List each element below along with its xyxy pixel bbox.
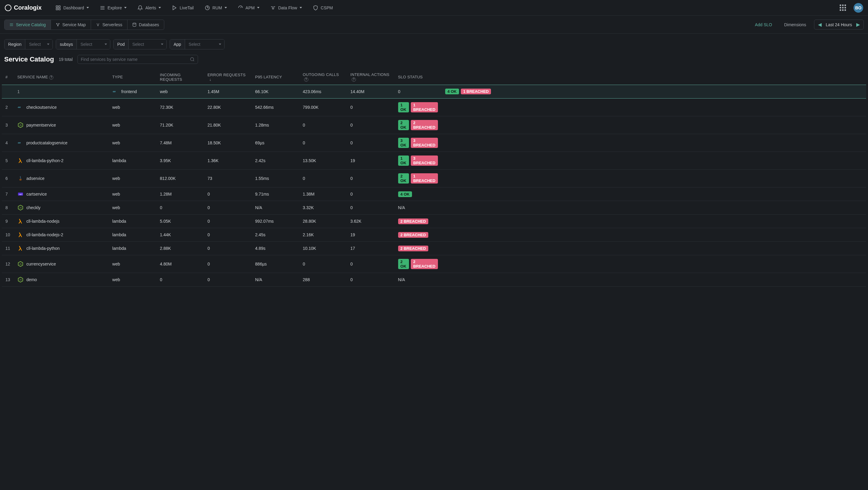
- apps-grid-icon[interactable]: [840, 4, 846, 11]
- cell-slo: N/A: [395, 201, 441, 215]
- time-range-picker[interactable]: ◀ Last 24 Hours ▶: [814, 20, 864, 30]
- cell-type: lambda: [109, 242, 156, 255]
- avatar[interactable]: BO: [854, 3, 863, 13]
- nav-alerts[interactable]: Alerts: [133, 3, 165, 13]
- col-type[interactable]: TYPE: [109, 69, 156, 85]
- table-row[interactable]: 9cll-lambda-nodejslambda5.05K0992.07ms28…: [2, 215, 866, 228]
- table-row[interactable]: 10cll-lambda-nodejs-2lambda1.44K02.45s2.…: [2, 228, 866, 242]
- svg-text:JS: JS: [19, 207, 22, 209]
- nav-label: Dashboard: [63, 5, 84, 10]
- map-icon: [56, 23, 60, 27]
- cell-type: web: [109, 134, 156, 152]
- svg-rect-3: [56, 8, 58, 10]
- filter-select[interactable]: Select: [25, 39, 53, 49]
- nav-label: LiveTail: [180, 5, 194, 10]
- nav-rum[interactable]: RUM: [200, 3, 231, 13]
- table-row[interactable]: 13JSdemoweb00N/A2880N/A: [2, 273, 866, 286]
- col-outgoing[interactable]: OUTGOING CALLS?: [299, 69, 347, 85]
- svg-text:JS: JS: [19, 279, 22, 281]
- filter-select[interactable]: Select: [129, 39, 166, 49]
- brand-logo[interactable]: Coralogix: [5, 4, 41, 11]
- table-row[interactable]: 12JScurrencyserviceweb4.80M0886µs002 OK2…: [2, 255, 866, 273]
- tab-service-catalog[interactable]: Service Catalog: [4, 20, 51, 30]
- filter-select[interactable]: Select: [185, 39, 224, 49]
- filter-label: Region: [4, 39, 25, 49]
- search-input[interactable]: [81, 57, 187, 62]
- cell-incoming: 2.88K: [156, 242, 204, 255]
- table-row[interactable]: 2-GOcheckoutserviceweb72.30K22.80K542.66…: [2, 98, 866, 116]
- slo-breach-badge: 3 BREACHED: [411, 138, 438, 148]
- slo-ok-badge: 3 OK: [398, 138, 409, 148]
- cell-type: web: [109, 187, 156, 201]
- tab-databases[interactable]: Databases: [127, 20, 164, 30]
- nav-livetail[interactable]: LiveTail: [167, 3, 198, 13]
- col-service-name[interactable]: SERVICE NAME?: [14, 69, 109, 85]
- table-row[interactable]: 11cll-lambda-pythonlambda2.88K04.89s10.1…: [2, 242, 866, 255]
- filter-select[interactable]: Select: [77, 39, 110, 49]
- cell-internal: 0: [347, 116, 395, 134]
- cell-service-name: JScheckly: [14, 201, 109, 215]
- filter-pod: Pod Select: [113, 39, 167, 50]
- cell-p95: 2.45s: [252, 228, 299, 242]
- col-error[interactable]: ERROR REQUESTS↓: [204, 69, 252, 85]
- cell-error: 18.50K: [204, 134, 252, 152]
- table-row[interactable]: 3JSpaymentserviceweb71.20K21.80K1.28ms00…: [2, 116, 866, 134]
- total-count: 19 total: [59, 57, 73, 62]
- table-row[interactable]: 7.NETcartserviceweb1.28M09.71ms1.38M04 O…: [2, 187, 866, 201]
- tab-serverless[interactable]: Serverless: [91, 20, 127, 30]
- cell-outgoing: 0: [299, 170, 347, 187]
- cell-incoming: 0: [156, 201, 204, 215]
- cell-slo: 4 OK: [395, 187, 441, 201]
- help-icon[interactable]: ?: [304, 78, 308, 82]
- cell-type: web: [109, 255, 156, 273]
- tech-icon: JS: [18, 205, 24, 211]
- row-number: 7: [2, 187, 14, 201]
- cell-type: web: [109, 273, 156, 286]
- dimensions-button[interactable]: Dimensions: [780, 20, 810, 30]
- caret-down-icon: [87, 7, 89, 8]
- table-row[interactable]: 8JSchecklyweb00N/A3.32K0N/A: [2, 201, 866, 215]
- table-row[interactable]: 4-GOproductcatalogserviceweb7.48M18.50K6…: [2, 134, 866, 152]
- slo-na: N/A: [398, 205, 405, 210]
- cell-error: 21.80K: [204, 116, 252, 134]
- next-arrow-icon[interactable]: ▶: [856, 22, 860, 27]
- cell-error: 0: [204, 215, 252, 228]
- cell-internal: 0: [347, 273, 395, 286]
- cell-outgoing: 0: [299, 134, 347, 152]
- shield-icon: [313, 5, 318, 10]
- add-slo-button[interactable]: Add SLO: [751, 20, 776, 30]
- col-incoming[interactable]: INCOMING REQUESTS: [156, 69, 204, 85]
- col-slo[interactable]: SLO STATUS: [395, 69, 441, 85]
- tech-icon: JS: [18, 122, 24, 128]
- cell-type: lambda: [109, 152, 156, 170]
- cell-incoming: 1.28M: [156, 187, 204, 201]
- col-p95[interactable]: P95 LATENCY: [252, 69, 299, 85]
- sort-desc-icon: ↓: [210, 77, 212, 82]
- table-row[interactable]: 5cll-lambda-python-2lambda3.95K1.36K2.42…: [2, 152, 866, 170]
- table-row[interactable]: 1-GOfrontendweb1.45M66.10K423.06ms14.40M…: [2, 85, 866, 98]
- table-row[interactable]: 6adserviceweb812.00K731.55ms002 OK1 BREA…: [2, 170, 866, 187]
- svg-text:-GO: -GO: [113, 91, 116, 93]
- nav-label: Alerts: [145, 5, 156, 10]
- nav-cspm[interactable]: CSPM: [309, 3, 337, 13]
- view-tabs: Service Catalog Service Map Serverless D…: [4, 20, 164, 30]
- nav-dataflow[interactable]: Data Flow: [266, 3, 306, 13]
- tab-service-map[interactable]: Service Map: [51, 20, 91, 30]
- svg-point-13: [56, 23, 57, 24]
- help-icon[interactable]: ?: [352, 78, 356, 82]
- cell-outgoing: 10.10K: [299, 242, 347, 255]
- nav-dashboard[interactable]: Dashboard: [51, 3, 93, 13]
- caret-down-icon: [224, 7, 227, 8]
- col-internal[interactable]: INTERNAL ACTIONS?: [347, 69, 395, 85]
- cell-error: 0: [204, 273, 252, 286]
- prev-arrow-icon[interactable]: ◀: [818, 22, 822, 27]
- nav-explore[interactable]: Explore: [96, 3, 131, 13]
- cell-incoming: 71.20K: [156, 116, 204, 134]
- svg-rect-0: [56, 6, 58, 7]
- help-icon[interactable]: ?: [49, 75, 53, 80]
- tech-icon: .NET: [18, 191, 24, 197]
- cell-slo: 3 OK3 BREACHED: [395, 134, 441, 152]
- service-name: checkly: [27, 205, 41, 210]
- nav-apm[interactable]: APM: [234, 3, 264, 13]
- svg-marker-7: [173, 6, 176, 10]
